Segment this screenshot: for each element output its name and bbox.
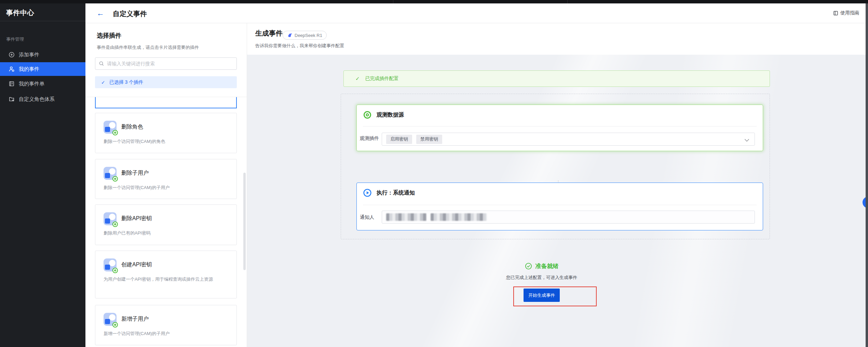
plugin-icon <box>104 212 117 225</box>
card-divider <box>363 205 757 205</box>
ready-section: 准备就绪 您已完成上述配置，可进入生成事件 开始生成事件 <box>452 262 631 302</box>
observe-eye-icon <box>363 110 372 119</box>
selected-plugin-card-partial[interactable] <box>95 97 237 108</box>
sidebar-item-label: 自定义角色体系 <box>19 96 55 103</box>
plugin-tag: 禁用密钥 <box>416 135 442 144</box>
usage-guide-label: 使用指南 <box>840 10 859 16</box>
tab-separator <box>393 0 393 3</box>
check-circle-icon <box>525 263 532 270</box>
sidebar-item-add-event[interactable]: 添加事件 <box>0 48 85 62</box>
event-tickets-icon <box>9 81 15 87</box>
plugin-card-delete-api-key[interactable]: 删除API密钥 删除用户已有的API密码 <box>95 204 237 245</box>
event-flow-container: 观测数据源 观测插件 启用密钥 禁用密钥 <box>341 94 770 239</box>
section-subtitle: 告诉我你需要做什么，我来帮你创建事件配置 <box>255 43 344 49</box>
check-icon: ✓ <box>101 80 105 85</box>
selected-count-banner: ✓ 已选择 3 个插件 <box>95 76 237 88</box>
sidebar-section-label: 事件管理 <box>6 36 24 42</box>
observe-datasource-card[interactable]: 观测数据源 观测插件 启用密钥 禁用密钥 <box>356 105 763 151</box>
plugin-search[interactable] <box>95 57 237 70</box>
sidebar-divider <box>0 21 85 21</box>
sidebar-item-label: 我的事件单 <box>19 81 44 87</box>
sidebar: 事件中心 事件管理 添加事件 我的事件 <box>0 3 85 347</box>
plugins-configured-label: 已完成插件配置 <box>365 76 399 82</box>
plugin-card-create-api-key[interactable]: 创建API密钥 为用户创建一个API密钥，用于编程查询或操作云上资源 <box>95 251 237 298</box>
plugin-card-description: 新增一个访问管理(CAM)的子用户 <box>104 330 231 337</box>
plugin-icon <box>104 121 117 134</box>
sidebar-item-custom-roles[interactable]: 自定义角色体系 <box>0 92 85 106</box>
card-divider <box>363 126 757 126</box>
start-generate-button[interactable]: 开始生成事件 <box>524 289 560 302</box>
add-event-icon <box>9 52 15 58</box>
generate-event-canvas: 生成事件 DeepSeek R1 告诉我你需要做什么，我来帮你创建事件配置 ✓ … <box>247 23 868 347</box>
custom-roles-icon <box>9 96 15 102</box>
observe-plugin-select[interactable]: 启用密钥 禁用密钥 <box>382 133 755 146</box>
plugin-card-description: 为用户创建一个API密钥，用于编程查询或操作云上资源 <box>104 276 231 283</box>
play-circle-icon <box>363 188 372 197</box>
plugin-card-title: 创建API密钥 <box>121 261 152 268</box>
generate-event-header: 生成事件 DeepSeek R1 告诉我你需要做什么，我来帮你创建事件配置 <box>247 23 868 55</box>
plugin-icon <box>104 167 117 180</box>
back-button[interactable]: ← <box>97 8 104 18</box>
ready-title: 准备就绪 <box>535 262 559 270</box>
plugin-card-description: 删除用户已有的API密码 <box>104 229 231 237</box>
observe-plugin-label: 观测插件 <box>360 135 379 142</box>
page-title: 自定义事件 <box>113 9 147 18</box>
sidebar-item-label: 我的事件 <box>19 66 39 72</box>
sidebar-item-my-events[interactable]: 我的事件 <box>0 62 85 76</box>
redacted-recipient-tag <box>431 213 487 221</box>
search-icon <box>99 61 104 66</box>
my-events-icon <box>9 66 15 72</box>
execute-notification-card[interactable]: 执行：系统通知 通知人 <box>356 183 763 230</box>
book-icon <box>833 11 838 16</box>
plugins-configured-banner: ✓ 已完成插件配置 <box>343 70 770 87</box>
plugin-card-title: 删除API密钥 <box>121 215 152 222</box>
observe-badge-icon <box>112 268 118 273</box>
event-center-app: 事件中心 事件管理 添加事件 我的事件 <box>0 0 868 347</box>
plugin-card-delete-subuser[interactable]: 删除子用户 删除一个访问管理(CAM)的子用户 <box>95 159 237 199</box>
plugin-card-description: 删除一个访问管理(CAM)的角色 <box>104 138 231 145</box>
selected-count-label: 已选择 3 个插件 <box>109 79 144 85</box>
tab-separator <box>567 0 568 3</box>
plugin-card-title: 删除角色 <box>121 123 143 131</box>
plugin-tag: 启用密钥 <box>386 135 412 144</box>
observe-card-title: 观测数据源 <box>377 111 404 119</box>
notify-person-field[interactable] <box>382 211 755 224</box>
notify-person-label: 通知人 <box>360 214 374 221</box>
plugin-card-add-subuser[interactable]: 新增子用户 新增一个访问管理(CAM)的子用户 <box>95 305 237 345</box>
execute-card-title: 执行：系统通知 <box>377 189 415 197</box>
observe-badge-icon <box>112 130 118 135</box>
model-badge: DeepSeek R1 <box>283 31 327 40</box>
panel-title: 选择插件 <box>97 31 121 40</box>
sidebar-item-my-event-tickets[interactable]: 我的事件单 <box>0 77 85 91</box>
sidebar-item-label: 添加事件 <box>19 52 39 58</box>
plugin-icon <box>104 313 117 326</box>
deepseek-whale-icon <box>287 32 293 38</box>
plugin-card-title: 新增子用户 <box>121 316 149 323</box>
page-header: ← 自定义事件 使用指南 <box>85 3 868 23</box>
chevron-down-icon[interactable] <box>745 137 749 142</box>
plugin-selection-panel: 选择插件 事件是由插件串联生成，请点击卡片选择需要的插件 ✓ 已选择 3 个插件… <box>85 23 247 347</box>
app-title: 事件中心 <box>6 8 34 17</box>
usage-guide-link[interactable]: 使用指南 <box>833 10 859 16</box>
model-badge-label: DeepSeek R1 <box>295 33 322 38</box>
plugin-card-delete-role[interactable]: 删除角色 删除一个访问管理(CAM)的角色 <box>95 113 237 153</box>
search-input[interactable] <box>107 61 233 66</box>
section-title: 生成事件 <box>255 29 283 38</box>
observe-badge-icon <box>112 322 118 328</box>
window-scrollbar[interactable] <box>866 3 868 347</box>
panel-description: 事件是由插件串联生成，请点击卡片选择需要的插件 <box>97 44 199 51</box>
plugin-icon <box>104 258 117 271</box>
browser-tab-strip <box>0 0 868 3</box>
panel-scrollbar-thumb[interactable] <box>243 173 246 270</box>
redacted-recipient-tag <box>386 213 426 221</box>
check-icon: ✓ <box>355 76 360 82</box>
observe-badge-icon <box>112 176 118 182</box>
plugin-card-title: 删除子用户 <box>121 170 149 177</box>
plugin-card-description: 删除一个访问管理(CAM)的子用户 <box>104 184 231 191</box>
observe-badge-icon <box>112 222 118 227</box>
ready-subtitle: 您已完成上述配置，可进入生成事件 <box>452 275 631 281</box>
